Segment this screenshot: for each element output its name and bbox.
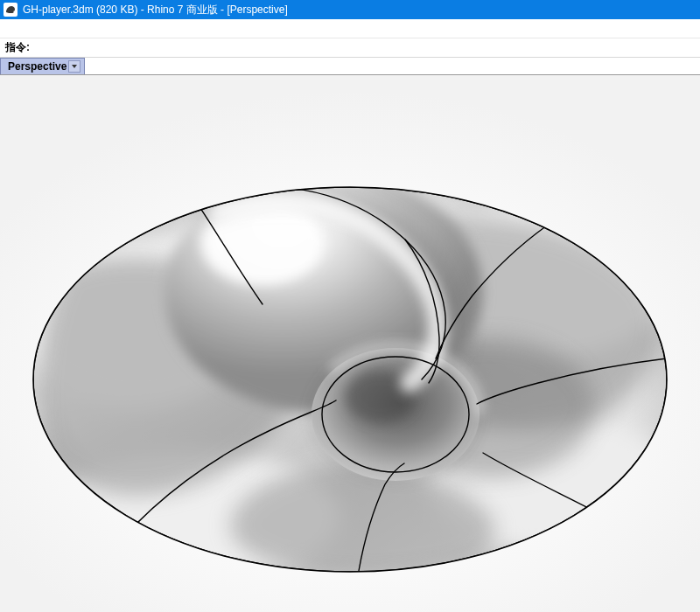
menubar [0, 19, 700, 38]
tab-label: Perspective [8, 60, 66, 73]
viewport-tab-row: Perspective [0, 58, 700, 75]
window-title: GH-player.3dm (820 KB) - Rhino 7 商业版 - [… [23, 3, 288, 17]
viewport-perspective[interactable] [0, 75, 700, 612]
command-label: 指令: [5, 40, 30, 55]
titlebar: GH-player.3dm (820 KB) - Rhino 7 商业版 - [… [0, 0, 700, 19]
command-bar: 指令: [0, 38, 700, 58]
chevron-down-icon[interactable] [68, 60, 80, 73]
command-input[interactable] [33, 40, 695, 56]
tab-perspective[interactable]: Perspective [0, 58, 85, 74]
rhino-icon [4, 3, 18, 17]
